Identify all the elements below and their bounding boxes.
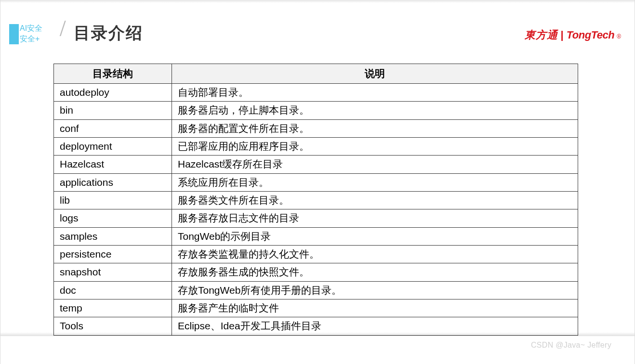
table-row: samplesTongWeb的示例目录 <box>54 227 578 245</box>
cell-dir: samples <box>54 227 172 245</box>
cell-desc: 存放各类监视量的持久化文件。 <box>172 246 578 263</box>
brand-separator: | <box>561 29 564 41</box>
table-header-row: 目录结构 说明 <box>54 64 578 84</box>
cell-dir: temp <box>54 299 172 317</box>
page-title: 目录介绍 <box>74 22 143 44</box>
cell-dir: autodeploy <box>54 84 172 102</box>
table-row: doc存放TongWeb所有使用手册的目录。 <box>54 281 578 299</box>
cell-desc: 服务器启动，停止脚本目录。 <box>172 102 578 119</box>
cell-desc: Hazelcast缓存所在目录 <box>172 156 578 173</box>
cell-desc: 系统应用所在目录。 <box>172 173 578 191</box>
cell-desc: 服务器的配置文件所在目录。 <box>172 119 578 137</box>
brand-registered: ® <box>617 33 621 40</box>
cell-desc: 服务器存放日志文件的目录 <box>172 209 578 227</box>
table-row: HazelcastHazelcast缓存所在目录 <box>54 156 578 173</box>
table-row: autodeploy自动部署目录。 <box>54 84 578 102</box>
table-row: lib服务器类文件所在目录。 <box>54 192 578 209</box>
directory-table: 目录结构 说明 autodeploy自动部署目录。bin服务器启动，停止脚本目录… <box>53 64 578 336</box>
cell-dir: bin <box>54 102 172 119</box>
cell-dir: deployment <box>54 138 172 156</box>
header: AI安全 安全+ / 目录介绍 東方通 | TongTech ® <box>0 19 635 48</box>
cell-dir: doc <box>54 281 172 299</box>
brand-cn: 東方通 <box>525 28 558 42</box>
table-row: bin服务器启动，停止脚本目录。 <box>54 102 578 119</box>
table-row: deployment已部署应用的应用程序目录。 <box>54 138 578 156</box>
slide-container: AI安全 安全+ / 目录介绍 東方通 | TongTech ® 目录结构 说明… <box>0 0 635 364</box>
cell-desc: 已部署应用的应用程序目录。 <box>172 138 578 156</box>
cell-dir: logs <box>54 209 172 227</box>
cell-desc: 存放服务器生成的快照文件。 <box>172 263 578 281</box>
cell-desc: 存放TongWeb所有使用手册的目录。 <box>172 281 578 299</box>
table-row: conf服务器的配置文件所在目录。 <box>54 119 578 137</box>
table-row: persistence存放各类监视量的持久化文件。 <box>54 246 578 263</box>
brand-logo: 東方通 | TongTech ® <box>525 28 621 42</box>
cell-desc: 服务器类文件所在目录。 <box>172 192 578 209</box>
cell-desc: TongWeb的示例目录 <box>172 227 578 245</box>
cell-dir: lib <box>54 192 172 209</box>
table-row: temp服务器产生的临时文件 <box>54 299 578 317</box>
tag-line1: AI安全 <box>20 23 42 34</box>
cell-dir: conf <box>54 119 172 137</box>
cell-dir: Hazelcast <box>54 156 172 173</box>
cell-desc: 服务器产生的临时文件 <box>172 299 578 317</box>
brand-en: TongTech <box>567 29 614 41</box>
tag-line2: 安全+ <box>20 34 42 44</box>
table-container: 目录结构 说明 autodeploy自动部署目录。bin服务器启动，停止脚本目录… <box>53 64 578 336</box>
col-header-dir: 目录结构 <box>54 64 172 84</box>
col-header-desc: 说明 <box>172 64 578 84</box>
accent-bar <box>9 24 19 44</box>
table-row: snapshot存放服务器生成的快照文件。 <box>54 263 578 281</box>
bottom-shadow <box>0 332 635 336</box>
cell-desc: 自动部署目录。 <box>172 84 578 102</box>
top-shadow <box>0 0 635 3</box>
table-row: applications系统应用所在目录。 <box>54 173 578 191</box>
cell-dir: snapshot <box>54 263 172 281</box>
header-tag: AI安全 安全+ <box>20 23 42 44</box>
slash-divider: / <box>61 17 71 46</box>
table-row: logs服务器存放日志文件的目录 <box>54 209 578 227</box>
watermark: CSDN @Java~ Jeffery <box>531 341 611 350</box>
cell-dir: applications <box>54 173 172 191</box>
cell-dir: persistence <box>54 246 172 263</box>
